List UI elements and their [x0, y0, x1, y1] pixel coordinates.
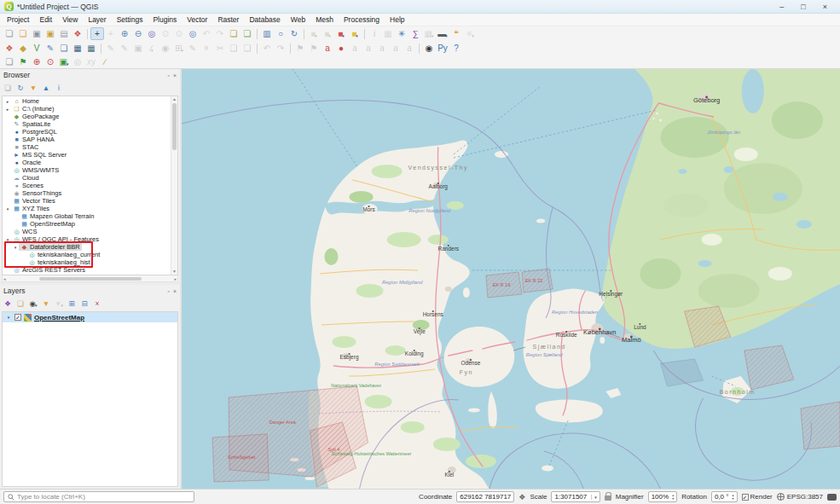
bookmarks-icon[interactable]: ▥: [260, 27, 274, 40]
filter-browser-icon[interactable]: ▼: [27, 83, 39, 94]
temporal-controller-icon[interactable]: ○: [274, 27, 287, 40]
browser-item-sensorthings[interactable]: ◉SensorThings: [3, 189, 177, 197]
browser-item-tekniskanlaeg-hist[interactable]: ◎tekniskanlaeg_hist: [3, 258, 177, 266]
chevron-down-icon[interactable]: ▾: [591, 495, 597, 500]
add-selected-layers-icon[interactable]: ❏: [2, 83, 14, 94]
expand-arrow-icon[interactable]: ▸: [4, 107, 11, 112]
save-project-icon[interactable]: ▣: [30, 27, 43, 40]
menu-web[interactable]: Web: [286, 15, 310, 24]
browser-item-oracle[interactable]: ●Oracle: [3, 159, 177, 166]
browser-hscrollbar[interactable]: ◂▸: [2, 275, 178, 282]
new-virtual-layer-icon[interactable]: ▦: [71, 42, 84, 55]
data-source-manager-icon[interactable]: ❖: [3, 42, 16, 55]
layer-styling-icon[interactable]: ❖: [2, 298, 14, 310]
scale-combobox[interactable]: 1:3071507 ▾: [551, 491, 600, 502]
select-by-form-icon[interactable]: ■▾: [334, 27, 348, 40]
layer-labeling-icon[interactable]: a: [321, 42, 334, 55]
bookmark-flag-icon[interactable]: ⚑: [16, 55, 30, 68]
browser-item-openstreetmap[interactable]: ▦OpenStreetMap: [3, 220, 177, 228]
spin-down-icon[interactable]: ▾: [672, 497, 674, 501]
layer-visibility-checkbox[interactable]: ✓: [14, 314, 21, 321]
refresh-map-icon[interactable]: ↻: [287, 27, 301, 40]
undock-panel-icon[interactable]: ▫: [167, 72, 169, 78]
browser-item-c-intune[interactable]: ▸❏C:\ (Intune): [3, 105, 177, 113]
minimize-button[interactable]: –: [779, 3, 784, 11]
browser-item-xyz-tiles[interactable]: ▾▦XYZ Tiles: [3, 205, 177, 212]
menu-raster[interactable]: Raster: [212, 15, 244, 24]
statistics-panel-icon[interactable]: ∑: [408, 27, 422, 40]
zoom-out-icon[interactable]: ⊖: [131, 27, 145, 40]
help-contents-icon[interactable]: ?: [449, 42, 463, 55]
collapse-all-layers-icon[interactable]: ⊟: [78, 298, 90, 310]
browser-item-ms-sql-server[interactable]: ►MS SQL Server: [3, 151, 177, 159]
new-shapefile-icon[interactable]: V: [30, 42, 43, 55]
processing-toolbox-icon[interactable]: ✳: [395, 27, 408, 40]
menu-settings[interactable]: Settings: [112, 15, 148, 24]
copy-coordinates-icon[interactable]: ❏: [3, 55, 16, 68]
menu-view[interactable]: View: [57, 15, 83, 24]
menu-layer[interactable]: Layer: [83, 15, 111, 24]
browser-item-wfs-ogc-api-features[interactable]: ▾◎WFS / OGC API - Features: [3, 235, 177, 243]
python-console-icon[interactable]: Py: [436, 42, 449, 55]
expand-arrow-icon[interactable]: ▸: [4, 99, 11, 104]
browser-item-arcgis-rest-servers[interactable]: ◎ArcGIS REST Servers: [3, 266, 177, 274]
refresh-browser-icon[interactable]: ↻: [14, 83, 26, 94]
browser-vscrollbar[interactable]: ▲ ▼: [171, 96, 177, 275]
layer-diagram-icon[interactable]: ●: [334, 42, 348, 55]
remove-layer-icon[interactable]: ×: [91, 298, 103, 310]
locator-input[interactable]: Type to locate (Ctrl+K): [3, 491, 194, 502]
new-geopackage-icon[interactable]: ◆: [16, 42, 30, 55]
map-canvas[interactable]: Vendsyssel-ThyAalborgRegion NordjyllandM…: [182, 69, 840, 489]
browser-item-sap-hana[interactable]: ■SAP HANA: [3, 136, 177, 143]
browser-item-mapzen-global-terrain[interactable]: ▦Mapzen Global Terrain: [3, 212, 177, 220]
close-panel-icon[interactable]: ×: [173, 72, 177, 78]
new-memory-layer-icon[interactable]: ❏: [57, 42, 71, 55]
browser-item-cloud[interactable]: ☁Cloud: [3, 174, 177, 182]
open-project-icon[interactable]: ❏: [16, 27, 30, 40]
close-button[interactable]: ×: [823, 3, 827, 11]
style-manager-icon[interactable]: ❖: [71, 27, 84, 40]
select-by-value-icon[interactable]: ■▾: [348, 27, 362, 40]
layout-manager-icon[interactable]: ▤: [57, 27, 71, 40]
layer-expander-icon[interactable]: ▾: [5, 315, 12, 320]
zoom-native-icon[interactable]: ◎: [186, 27, 200, 40]
browser-item-stac[interactable]: ■STAC: [3, 143, 177, 151]
browser-item-wms-wmts[interactable]: ◎WMS/WMTS: [3, 166, 177, 174]
zoom-full-icon[interactable]: ◎: [145, 27, 159, 40]
manage-themes-icon[interactable]: ◉▾: [27, 298, 39, 310]
new-mesh-layer-icon[interactable]: ▦: [84, 42, 98, 55]
browser-item-wcs[interactable]: ◎WCS: [3, 228, 177, 235]
browser-item-geopackage[interactable]: ◆GeoPackage: [3, 113, 177, 120]
collapse-arrow-icon[interactable]: ▾: [4, 206, 11, 211]
browser-item-postgresql[interactable]: ●PostgreSQL: [3, 128, 177, 136]
browser-item-scenes[interactable]: ●Scenes: [3, 182, 177, 189]
spin-down-icon[interactable]: ▾: [732, 497, 733, 501]
menu-database[interactable]: Database: [244, 15, 285, 24]
extents-icon[interactable]: ❖: [518, 493, 525, 501]
new-spatialite-icon[interactable]: ✎: [43, 42, 57, 55]
undock-panel-icon[interactable]: ▫: [167, 288, 169, 294]
add-group-icon[interactable]: ❏: [14, 298, 26, 310]
render-checkbox[interactable]: ✓: [742, 494, 749, 501]
new-map-view-icon[interactable]: ❏: [227, 27, 240, 40]
select-region-icon[interactable]: ▣▾: [57, 55, 71, 68]
collapse-arrow-icon[interactable]: ▾: [12, 245, 19, 250]
metasearch-icon[interactable]: ◉: [422, 42, 436, 55]
menu-project[interactable]: Project: [2, 15, 34, 24]
rotation-spinner[interactable]: 0,0 ° ▴▾: [711, 491, 738, 502]
browser-item-vector-tiles[interactable]: ▦Vector Tiles: [3, 197, 177, 205]
layer-row-openstreetmap[interactable]: ▾ ✓ OpenStreetMap: [3, 312, 177, 322]
maximize-button[interactable]: □: [801, 3, 805, 11]
magnifier-plus-icon[interactable]: ⊕: [30, 55, 43, 68]
browser-item-spatialite[interactable]: ✎SpatiaLite: [3, 120, 177, 128]
map-tips-icon[interactable]: ❝: [449, 27, 463, 40]
pan-map-icon[interactable]: +: [90, 27, 104, 40]
filter-legend-icon[interactable]: ▼: [40, 298, 52, 310]
menu-help[interactable]: Help: [385, 15, 409, 24]
browser-item-tekniskanlaeg-current[interactable]: ◎tekniskanlaeg_current: [3, 251, 177, 258]
lock-scale-icon[interactable]: [605, 495, 611, 501]
new-project-icon[interactable]: ❏: [3, 27, 16, 40]
menu-edit[interactable]: Edit: [34, 15, 57, 24]
measure-icon[interactable]: ▬▾: [436, 27, 449, 40]
messages-icon[interactable]: [827, 494, 837, 501]
